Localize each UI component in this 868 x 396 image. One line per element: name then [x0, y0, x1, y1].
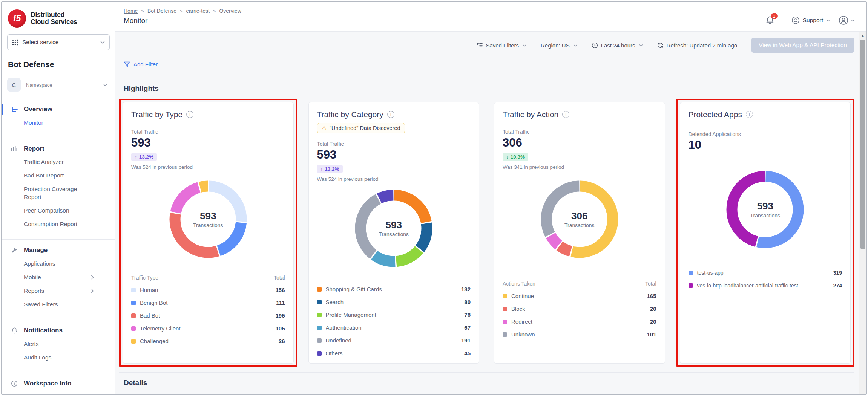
f5-logo-icon: f5 [8, 9, 26, 28]
sidebar-item-overview[interactable]: Overview [2, 102, 115, 116]
notifications-bell-button[interactable]: 1 [765, 15, 774, 25]
main-area: Home > Bot Defense > carrie-test > Overv… [115, 2, 866, 394]
card-traffic-by-category: Traffic by Category i ⚠ "Undefined" Data… [308, 102, 480, 364]
legend-header-total: Total [274, 275, 285, 281]
legend-swatch [503, 307, 507, 311]
annotation-box-protected-apps: Protected Apps i Defended Applications 1… [676, 99, 854, 367]
namespace-avatar: C [7, 78, 21, 92]
breadcrumb-namespace[interactable]: carrie-test [186, 8, 210, 14]
scrollbar-thumb[interactable] [860, 40, 865, 249]
previous-period-text: Was 524 in previous period [317, 176, 471, 182]
highlights-cards: Traffic by Type i Total Traffic 593 ↑13.… [119, 99, 854, 367]
divider [783, 15, 783, 26]
legend-label: Human [140, 287, 271, 293]
sidebar-item-mobile[interactable]: Mobile [2, 271, 101, 284]
support-menu[interactable]: Support [791, 16, 830, 24]
active-indicator [2, 104, 3, 115]
chevron-down-icon [639, 44, 643, 47]
brand-logo: f5 Distributed Cloud Services [2, 9, 115, 28]
legend-header-total: Total [645, 281, 656, 287]
legend-label: Others [326, 350, 461, 356]
bell-icon [10, 327, 18, 334]
sidebar-item-manage[interactable]: Manage [2, 243, 115, 257]
legend-swatch [131, 326, 136, 331]
breadcrumb-separator: > [141, 8, 144, 14]
scroll-up-arrow-icon[interactable]: ▲ [859, 32, 866, 39]
sidebar-item-consumption-report[interactable]: Consumption Report [2, 218, 101, 231]
overview-icon [10, 105, 18, 113]
sidebar-item-protection-coverage-report[interactable]: Protection Coverage Report [2, 183, 101, 204]
view-in-waap-button[interactable]: View in Web App & API Protection [751, 38, 854, 53]
funnel-icon [124, 61, 130, 67]
breadcrumb-separator: > [213, 8, 216, 14]
card-traffic-by-action: Traffic by Action i Total Traffic 306 ↓1… [494, 102, 665, 364]
account-menu[interactable] [839, 15, 855, 25]
sidebar-item-applications[interactable]: Applications [2, 257, 101, 271]
previous-period-text: Was 524 in previous period [131, 164, 285, 170]
sidebar-item-peer-comparison[interactable]: Peer Comparison [2, 204, 101, 218]
page-title: Monitor [124, 17, 241, 25]
legend-label: Authentication [326, 324, 461, 331]
time-range-dropdown[interactable]: Last 24 hours [592, 42, 643, 49]
chevron-right-icon [91, 289, 94, 293]
sidebar-item-saved-filters[interactable]: Saved Filters [2, 298, 101, 311]
legend-swatch [317, 351, 322, 356]
sidebar-item-workspace-info[interactable]: Workspace Info [2, 377, 115, 390]
details-heading: Details [124, 379, 854, 387]
card-wrap: Traffic by Category i ⚠ "Undefined" Data… [305, 99, 483, 367]
breadcrumb-home[interactable]: Home [124, 8, 138, 14]
vertical-scrollbar[interactable]: ▲ [859, 32, 866, 394]
metric-label: Total Traffic [503, 129, 656, 135]
user-icon [839, 15, 848, 25]
sidebar-item-audit-logs[interactable]: Audit Logs [2, 351, 101, 364]
info-icon[interactable]: i [186, 111, 193, 118]
info-icon[interactable]: i [746, 111, 753, 118]
sidebar-item-about[interactable]: About [2, 390, 101, 395]
legend-swatch [689, 283, 693, 288]
breadcrumb-separator: > [180, 8, 183, 14]
select-service-dropdown[interactable]: Select service [7, 34, 110, 50]
legend-value: 80 [464, 299, 471, 305]
info-icon[interactable]: i [562, 111, 569, 118]
chevron-down-icon [103, 83, 107, 86]
chevron-down-icon [851, 19, 855, 22]
donut-center-label: Transactions [564, 222, 595, 228]
sidebar-item-traffic-analyzer[interactable]: Traffic Analyzer [2, 156, 101, 169]
legend-row: test-us-app319 [689, 266, 842, 279]
donut-chart-traffic-by-action: 306 Transactions [540, 180, 619, 259]
legend-row: Block20 [503, 303, 656, 315]
metric-label: Total Traffic [317, 141, 471, 147]
info-icon[interactable]: i [387, 111, 394, 118]
sidebar-item-bad-bot-report[interactable]: Bad Bot Report [2, 169, 101, 183]
donut-center-label: Transactions [750, 213, 780, 219]
metric-value: 306 [503, 136, 656, 150]
legend-swatch [131, 301, 136, 305]
namespace-dropdown[interactable]: C Namespace [7, 78, 110, 92]
chevron-right-icon [91, 275, 94, 280]
sidebar-item-alerts[interactable]: Alerts [2, 337, 101, 351]
legend-label: Benign Bot [140, 300, 272, 306]
chevron-down-icon [523, 44, 526, 47]
legend: test-us-app319 ves-io-http-loadbalancer-… [689, 266, 842, 292]
legend-label: test-us-app [697, 270, 830, 276]
add-filter-button[interactable]: Add Filter [124, 61, 158, 67]
legend-row: Continue165 [503, 290, 656, 303]
sidebar-item-reports[interactable]: Reports [2, 284, 101, 298]
metric-value: 593 [317, 148, 471, 162]
breadcrumb-overview[interactable]: Overview [219, 8, 241, 14]
breadcrumb-bot-defense[interactable]: Bot Defense [147, 8, 176, 14]
legend-swatch [131, 288, 136, 292]
refresh-button[interactable]: Refresh: Updated 2 min ago [657, 42, 738, 49]
card-traffic-by-type: Traffic by Type i Total Traffic 593 ↑13.… [123, 102, 294, 364]
saved-filters-dropdown[interactable]: Saved Filters [477, 42, 526, 49]
sidebar-item-report[interactable]: Report [2, 142, 115, 156]
sidebar-group-label: Overview [24, 105, 52, 113]
region-dropdown[interactable]: Region: US [541, 42, 577, 49]
legend-label: Unknown [511, 331, 643, 338]
undefined-data-warning-badge[interactable]: ⚠ "Undefined" Data Discovered [317, 123, 405, 133]
donut-center-label: Transactions [193, 222, 223, 228]
wrench-icon [10, 246, 18, 254]
sidebar-group-label: Notifications [24, 327, 63, 334]
sidebar-item-monitor[interactable]: Monitor [2, 116, 101, 130]
sidebar-item-notifications[interactable]: Notifications [2, 324, 115, 337]
